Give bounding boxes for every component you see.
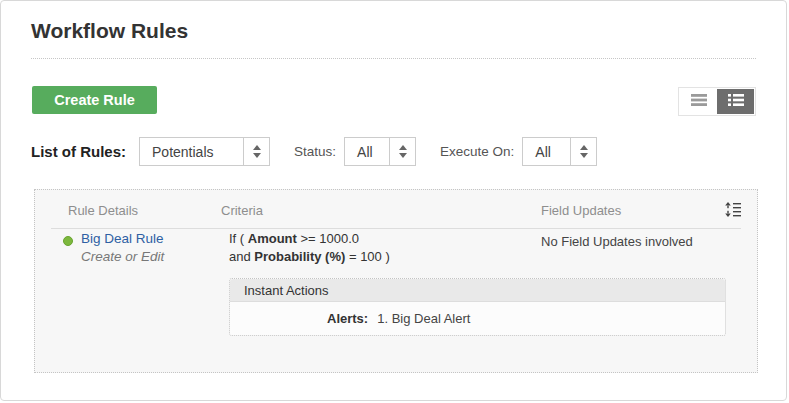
- title-divider: [31, 58, 756, 59]
- criteria-and-prefix: and: [229, 249, 254, 264]
- table-header-divider: [51, 228, 741, 229]
- instant-actions-body: Alerts: 1. Big Deal Alert: [230, 302, 725, 334]
- rule-name-link[interactable]: Big Deal Rule: [81, 231, 164, 246]
- select-stepper-icon: [570, 138, 596, 165]
- column-header-field-updates: Field Updates: [541, 203, 621, 218]
- instant-actions-title: Instant Actions: [230, 279, 725, 302]
- create-rule-button[interactable]: Create Rule: [32, 86, 157, 114]
- select-stepper-icon: [389, 138, 415, 165]
- module-select-value: Potentials: [140, 138, 243, 165]
- plain-list-view-button[interactable]: [680, 89, 717, 114]
- criteria-field-amount: Amount: [248, 231, 297, 246]
- detail-list-icon: [728, 94, 744, 109]
- rules-table-panel: Rule Details Criteria Field Updates Big …: [34, 189, 758, 373]
- criteria-condition-2: = 100 ): [345, 249, 389, 264]
- column-header-criteria: Criteria: [221, 203, 263, 218]
- module-select[interactable]: Potentials: [139, 137, 270, 166]
- execute-on-select[interactable]: All: [522, 137, 597, 166]
- criteria-line-2: and Probability (%) = 100 ): [229, 249, 390, 264]
- select-stepper-icon: [243, 138, 269, 165]
- criteria-if-prefix: If (: [229, 231, 248, 246]
- plain-list-icon: [691, 94, 707, 109]
- rule-active-status-dot: [63, 236, 73, 246]
- row-height-sort-icon[interactable]: [725, 202, 741, 217]
- column-header-rule-details: Rule Details: [68, 203, 138, 218]
- page-title: Workflow Rules: [31, 19, 188, 43]
- filter-row: List of Rules: Potentials Status: All Ex…: [31, 137, 597, 166]
- instant-actions-box: Instant Actions Alerts: 1. Big Deal Aler…: [229, 278, 726, 336]
- execute-on-label: Execute On:: [440, 144, 514, 159]
- alerts-value: 1. Big Deal Alert: [377, 311, 470, 326]
- list-of-rules-label: List of Rules:: [31, 143, 126, 160]
- workflow-rules-page: Workflow Rules Create Rule List of Rules…: [0, 0, 787, 401]
- rule-trigger-text: Create or Edit: [81, 249, 164, 264]
- detail-list-view-button[interactable]: [717, 89, 754, 114]
- status-select[interactable]: All: [344, 137, 416, 166]
- alerts-label: Alerts:: [327, 311, 368, 326]
- view-toggle-group: [678, 87, 756, 116]
- criteria-line-1: If ( Amount >= 1000.0: [229, 231, 359, 246]
- status-select-value: All: [345, 138, 389, 165]
- execute-on-select-value: All: [523, 138, 570, 165]
- field-updates-value: No Field Updates involved: [541, 234, 693, 249]
- status-label: Status:: [294, 144, 336, 159]
- criteria-condition-1: >= 1000.0: [297, 231, 359, 246]
- criteria-field-probability: Probability (%): [254, 249, 345, 264]
